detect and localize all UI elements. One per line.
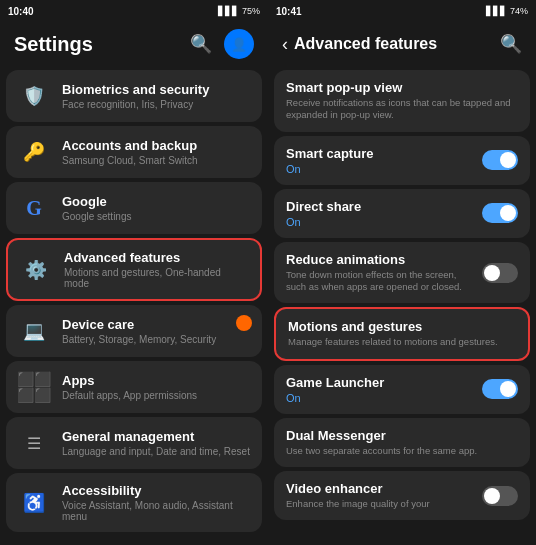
general-title: General management [62, 429, 250, 444]
right-header-left: ‹ Advanced features [282, 34, 437, 55]
advanced-text: Advanced features Motions and gestures, … [64, 250, 248, 289]
accessibility-icon: ♿ [18, 487, 50, 519]
biometrics-subtitle: Face recognition, Iris, Privacy [62, 99, 250, 110]
settings-item-google[interactable]: G Google Google settings [6, 182, 262, 234]
dual-messenger-subtitle: Use two separate accounts for the same a… [286, 445, 518, 457]
settings-item-direct-share[interactable]: Direct share On [274, 189, 530, 238]
settings-item-dual-messenger[interactable]: Dual Messenger Use two separate accounts… [274, 418, 530, 467]
right-wifi-icon: ▋▋▋ [486, 6, 507, 16]
reduce-animations-text: Reduce animations Tone down motion effec… [286, 252, 474, 294]
settings-item-motions-gestures[interactable]: Motions and gestures Manage features rel… [274, 307, 530, 360]
reduce-animations-title: Reduce animations [286, 252, 474, 267]
settings-item-device[interactable]: 💻 Device care Battery, Storage, Memory, … [6, 305, 262, 357]
settings-item-game-launcher[interactable]: Game Launcher On [274, 365, 530, 414]
settings-item-video-enhancer[interactable]: Video enhancer Enhance the image quality… [274, 471, 530, 520]
accounts-title: Accounts and backup [62, 138, 250, 153]
settings-item-accounts[interactable]: 🔑 Accounts and backup Samsung Cloud, Sma… [6, 126, 262, 178]
game-launcher-status: On [286, 392, 474, 404]
right-time: 10:41 [276, 6, 302, 17]
motions-gestures-text: Motions and gestures Manage features rel… [288, 319, 516, 348]
right-header-title: Advanced features [294, 35, 437, 53]
general-icon: ☰ [18, 427, 50, 459]
smart-capture-title: Smart capture [286, 146, 474, 161]
left-header: Settings 🔍 👤 [0, 22, 268, 66]
direct-share-title: Direct share [286, 199, 474, 214]
smart-capture-status: On [286, 163, 474, 175]
device-icon: 💻 [18, 315, 50, 347]
device-badge [236, 315, 252, 331]
accessibility-title: Accessibility [62, 483, 250, 498]
right-battery-icon: 74% [510, 6, 528, 16]
left-status-bar: 10:40 ▋▋▋ 75% [0, 0, 268, 22]
left-panel: 10:40 ▋▋▋ 75% Settings 🔍 👤 🛡️ Biometrics… [0, 0, 268, 545]
apps-title: Apps [62, 373, 250, 388]
settings-item-biometrics[interactable]: 🛡️ Biometrics and security Face recognit… [6, 70, 262, 122]
apps-icon: ⬛⬛⬛⬛ [18, 371, 50, 403]
settings-item-accessibility[interactable]: ♿ Accessibility Voice Assistant, Mono au… [6, 473, 262, 532]
right-search-icon[interactable]: 🔍 [500, 33, 522, 55]
accessibility-text: Accessibility Voice Assistant, Mono audi… [62, 483, 250, 522]
biometrics-icon: 🛡️ [18, 80, 50, 112]
apps-text: Apps Default apps, App permissions [62, 373, 250, 401]
video-enhancer-subtitle: Enhance the image quality of your [286, 498, 474, 510]
accounts-subtitle: Samsung Cloud, Smart Switch [62, 155, 250, 166]
left-status-icons: ▋▋▋ 75% [218, 6, 260, 16]
accessibility-subtitle: Voice Assistant, Mono audio, Assistant m… [62, 500, 250, 522]
device-title: Device care [62, 317, 250, 332]
motions-gestures-subtitle: Manage features related to motions and g… [288, 336, 516, 348]
settings-item-smart-capture[interactable]: Smart capture On [274, 136, 530, 185]
dual-messenger-title: Dual Messenger [286, 428, 518, 443]
reduce-animations-subtitle: Tone down motion effects on the screen, … [286, 269, 474, 294]
google-subtitle: Google settings [62, 211, 250, 222]
general-text: General management Language and input, D… [62, 429, 250, 457]
profile-avatar[interactable]: 👤 [224, 29, 254, 59]
video-enhancer-title: Video enhancer [286, 481, 474, 496]
reduce-animations-toggle[interactable] [482, 263, 518, 283]
smart-capture-text: Smart capture On [286, 146, 474, 175]
direct-share-status: On [286, 216, 474, 228]
right-header: ‹ Advanced features 🔍 [268, 22, 536, 66]
device-text: Device care Battery, Storage, Memory, Se… [62, 317, 250, 345]
right-panel: 10:41 ▋▋▋ 74% ‹ Advanced features 🔍 Smar… [268, 0, 536, 545]
direct-share-text: Direct share On [286, 199, 474, 228]
settings-item-reduce-animations[interactable]: Reduce animations Tone down motion effec… [274, 242, 530, 304]
smart-popup-text: Smart pop-up view Receive notifications … [286, 80, 518, 122]
smart-popup-subtitle: Receive notifications as icons that can … [286, 97, 518, 122]
general-subtitle: Language and input, Date and time, Reset [62, 446, 250, 457]
video-enhancer-toggle[interactable] [482, 486, 518, 506]
smart-popup-title: Smart pop-up view [286, 80, 518, 95]
right-status-icons: ▋▋▋ 74% [486, 6, 528, 16]
google-title: Google [62, 194, 250, 209]
direct-share-toggle[interactable] [482, 203, 518, 223]
left-header-icons: 🔍 👤 [190, 29, 254, 59]
left-settings-list: 🛡️ Biometrics and security Face recognit… [0, 66, 268, 545]
accounts-icon: 🔑 [18, 136, 50, 168]
advanced-subtitle: Motions and gestures, One-handed mode [64, 267, 248, 289]
settings-item-apps[interactable]: ⬛⬛⬛⬛ Apps Default apps, App permissions [6, 361, 262, 413]
google-text: Google Google settings [62, 194, 250, 222]
settings-item-advanced[interactable]: ⚙️ Advanced features Motions and gesture… [6, 238, 262, 301]
apps-subtitle: Default apps, App permissions [62, 390, 250, 401]
motions-gestures-title: Motions and gestures [288, 319, 516, 334]
smart-capture-toggle[interactable] [482, 150, 518, 170]
battery-icon: 75% [242, 6, 260, 16]
left-header-title: Settings [14, 33, 93, 56]
right-status-bar: 10:41 ▋▋▋ 74% [268, 0, 536, 22]
wifi-icon: ▋▋▋ [218, 6, 239, 16]
device-subtitle: Battery, Storage, Memory, Security [62, 334, 250, 345]
advanced-title: Advanced features [64, 250, 248, 265]
game-launcher-text: Game Launcher On [286, 375, 474, 404]
accounts-text: Accounts and backup Samsung Cloud, Smart… [62, 138, 250, 166]
dual-messenger-text: Dual Messenger Use two separate accounts… [286, 428, 518, 457]
back-button[interactable]: ‹ [282, 34, 288, 55]
game-launcher-title: Game Launcher [286, 375, 474, 390]
biometrics-text: Biometrics and security Face recognition… [62, 82, 250, 110]
search-icon[interactable]: 🔍 [190, 33, 212, 55]
advanced-icon: ⚙️ [20, 254, 52, 286]
left-time: 10:40 [8, 6, 34, 17]
settings-item-general[interactable]: ☰ General management Language and input,… [6, 417, 262, 469]
settings-item-smart-popup[interactable]: Smart pop-up view Receive notifications … [274, 70, 530, 132]
google-icon: G [18, 192, 50, 224]
right-settings-list: Smart pop-up view Receive notifications … [268, 66, 536, 545]
game-launcher-toggle[interactable] [482, 379, 518, 399]
